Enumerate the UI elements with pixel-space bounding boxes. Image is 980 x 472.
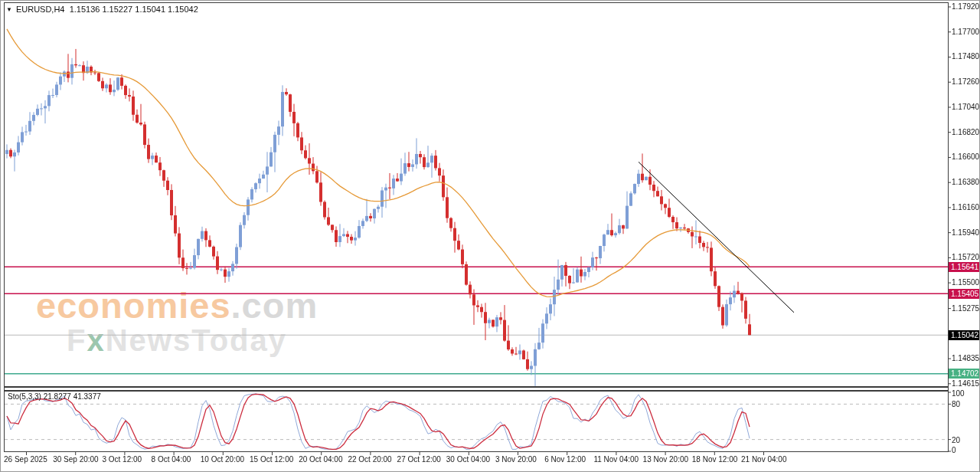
- price-axis-label: 1.16820: [952, 128, 979, 136]
- price-axis-label: 1.16380: [952, 178, 979, 186]
- resistance-level-badge: 1.15641: [949, 262, 980, 272]
- price-axis-label: 1.17480: [952, 52, 979, 61]
- price-axis-label: 1.15500: [952, 278, 979, 287]
- price-axis-label: 1.17260: [952, 77, 979, 86]
- symbol-ohlc-header: ▼EURUSD,H4 1.15136 1.15227 1.15041 1.150…: [6, 5, 198, 14]
- date-axis[interactable]: 26 Sep 202530 Sep 20:003 Oct 12:008 Oct …: [1, 455, 980, 467]
- date-axis-label: 30 Oct 04:00: [446, 455, 490, 464]
- date-axis-label: 10 Oct 20:00: [201, 455, 244, 464]
- date-axis-label: 18 Nov 12:00: [692, 455, 738, 464]
- date-axis-label: 3 Nov 20:00: [495, 455, 537, 464]
- date-axis-label: 27 Oct 12:00: [397, 455, 441, 464]
- stochastic-k-value: 21.8277: [44, 392, 71, 401]
- price-axis[interactable]: 1.179201.177001.174801.172601.170401.168…: [949, 1, 980, 454]
- price-axis-label: 1.14835: [952, 354, 979, 362]
- current-price-badge: 1.15042: [949, 330, 980, 340]
- date-axis-label: 20 Oct 04:00: [299, 455, 342, 464]
- collapse-triangle-icon[interactable]: ▼: [6, 6, 12, 13]
- resistance-level-badge: 1.15405: [949, 289, 980, 299]
- stochastic-indicator-label: Sto(5,3,3) 21.8277 41.3377: [8, 392, 101, 401]
- price-axis-label: 1.15720: [952, 253, 979, 261]
- support-level-badge: 1.14702: [949, 369, 980, 379]
- price-axis-label: 1.17040: [952, 103, 979, 111]
- date-axis-label: 6 Nov 12:00: [544, 455, 586, 464]
- date-axis-label: 15 Oct 12:00: [250, 455, 293, 464]
- date-axis-label: 21 Nov 04:00: [741, 455, 787, 464]
- price-axis-label: 1.15940: [952, 228, 979, 237]
- date-axis-label: 26 Sep 2025: [4, 455, 47, 464]
- indicator-scale-label: 80: [952, 400, 960, 408]
- price-axis-label: 1.16160: [952, 203, 979, 211]
- date-axis-label: 3 Oct 12:00: [102, 455, 142, 464]
- date-axis-label: 30 Sep 20:00: [53, 455, 99, 464]
- date-axis-label: 13 Nov 20:00: [643, 455, 689, 464]
- stochastic-d-value: 41.3377: [74, 392, 101, 401]
- price-axis-label: 1.17920: [952, 2, 979, 11]
- price-axis-label: 1.17700: [952, 28, 979, 36]
- date-axis-label: 11 Nov 04:00: [593, 455, 639, 464]
- ohlc-quotes-label: 1.15136 1.15227 1.15041 1.15042: [70, 5, 198, 14]
- trading-chart-window: economies.com FxNewsToday ▼EURUSD,H4 1.1…: [0, 0, 980, 472]
- price-axis-label: 1.15275: [952, 304, 979, 313]
- chart-canvas[interactable]: [1, 1, 980, 472]
- indicator-scale-label: 100: [952, 389, 965, 398]
- date-axis-label: 8 Oct 04:00: [152, 455, 191, 464]
- indicator-scale-label: 0: [952, 446, 956, 454]
- date-axis-label: 22 Oct 20:00: [348, 455, 391, 464]
- indicator-scale-label: 20: [952, 436, 960, 444]
- symbol-timeframe-label: EURUSD,H4: [16, 5, 65, 14]
- price-axis-label: 1.14615: [952, 379, 979, 388]
- price-axis-label: 1.16600: [952, 152, 979, 161]
